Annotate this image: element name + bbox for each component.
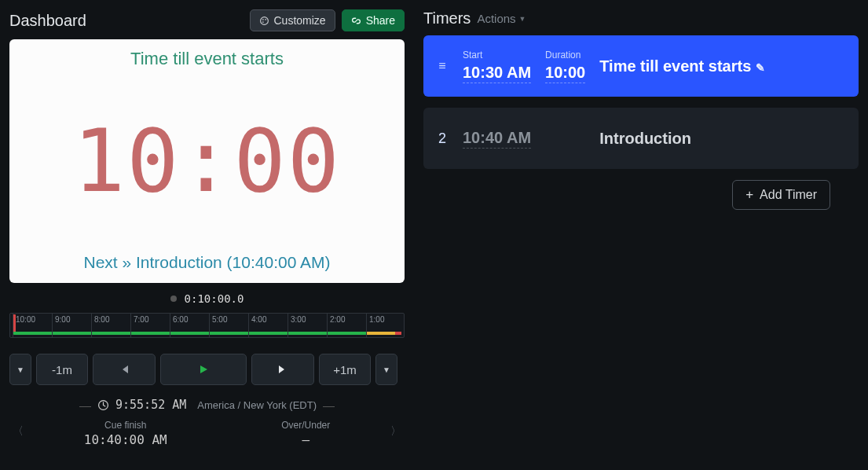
ruler-tick: 10:00 [13, 314, 35, 337]
dashboard-title: Dashboard [9, 12, 86, 30]
over-under-label: Over/Under [281, 420, 330, 431]
add-timer-button[interactable]: + Add Timer [732, 180, 830, 210]
timer-row-1[interactable]: ≡ Start 10:30 AM Duration 10:00 Time til… [423, 35, 859, 97]
play-icon [198, 364, 209, 375]
ruler-tick: 4:00 [248, 314, 266, 337]
skip-next-icon [277, 364, 288, 375]
caret-down-icon: ▼ [519, 15, 526, 23]
footer-tz: America / New York (EDT) [197, 399, 317, 411]
cue-finish-label: Cue finish [84, 420, 167, 431]
hr-right: — [323, 398, 335, 412]
timers-actions-dropdown[interactable]: Actions ▼ [477, 12, 526, 25]
preview-title: Time till event starts [130, 49, 284, 69]
timer-index: 2 [436, 130, 449, 147]
ruler-tick: 3:00 [288, 314, 306, 337]
preview-next: Next » Introduction (10:40:00 AM) [83, 253, 330, 272]
preview-time: 10:00 [73, 111, 341, 211]
svg-point-1 [262, 19, 264, 20]
footer-clock: 9:55:52 AM [115, 398, 186, 412]
minus-1m-button[interactable]: -1m [36, 354, 88, 385]
share-button[interactable]: Share [342, 9, 405, 31]
timers-header: Timers Actions ▼ [423, 9, 859, 28]
timer-start[interactable]: 10:40 AM [463, 129, 531, 149]
ruler-tick: 1:00 [366, 314, 384, 337]
timer-title[interactable]: Time till event starts ✎ [599, 57, 846, 75]
plus-icon: + [745, 189, 753, 200]
svg-point-0 [260, 17, 268, 24]
cue-finish-value: 10:40:00 AM [84, 432, 167, 447]
ruler-tick: 8:00 [91, 314, 109, 337]
share-label: Share [366, 14, 395, 27]
timer-dur[interactable]: 10:00 [545, 64, 585, 83]
footer-prev-arrow[interactable]: 〈 [13, 424, 24, 439]
timer-start-hdr: Start [463, 50, 531, 61]
status-row: 0:10:00.0 [9, 288, 405, 310]
skip-prev-icon [119, 364, 130, 375]
minus-dropdown[interactable]: ▼ [9, 354, 31, 385]
ruler-tick: 9:00 [52, 314, 70, 337]
plus-1m-button[interactable]: +1m [319, 354, 371, 385]
customize-label: Customize [274, 14, 326, 27]
drag-handle-icon[interactable]: ≡ [436, 59, 449, 73]
timer-dur[interactable]: 10:00 [545, 129, 585, 148]
ruler-tick: 5:00 [209, 314, 227, 337]
next-button[interactable] [251, 354, 314, 385]
timer-row-2[interactable]: 2 10:40 AM 10:00 Introduction [423, 108, 859, 169]
svg-point-2 [265, 19, 266, 20]
over-under-value: — [281, 432, 330, 447]
plus-dropdown[interactable]: ▼ [375, 354, 397, 385]
clock-icon [97, 399, 109, 411]
dashboard-pane: Dashboard Customize Share Time till even… [0, 0, 414, 470]
transport-controls: ▼ -1m +1m ▼ [9, 354, 405, 385]
customize-button[interactable]: Customize [250, 9, 335, 31]
edit-icon[interactable]: ✎ [756, 61, 765, 74]
ruler-bar-red [395, 332, 401, 335]
dashboard-header: Dashboard Customize Share [9, 9, 405, 31]
hr-left: — [79, 398, 91, 412]
play-button[interactable] [160, 354, 247, 385]
timeline-ruler[interactable]: 10:009:008:007:006:005:004:003:002:001:0… [9, 313, 405, 338]
timer-start[interactable]: 10:30 AM [463, 64, 531, 83]
link-icon [351, 16, 361, 26]
ruler-tick: 7:00 [130, 314, 148, 337]
ruler-tick: 2:00 [327, 314, 345, 337]
svg-point-3 [262, 21, 264, 23]
timer-title[interactable]: Introduction [599, 130, 846, 148]
timers-pane: Timers Actions ▼ ≡ Start 10:30 AM Durati… [414, 0, 868, 470]
footer-next-arrow[interactable]: 〉 [390, 424, 401, 439]
status-dot-icon [170, 296, 177, 302]
timer-preview-card: Time till event starts 10:00 Next » Intr… [9, 39, 405, 283]
ruler-tick: 6:00 [170, 314, 188, 337]
status-elapsed: 0:10:00.0 [185, 292, 244, 305]
timer-dur-hdr: Duration [545, 50, 585, 61]
palette-icon [259, 16, 269, 26]
prev-button[interactable] [93, 354, 156, 385]
footer-info: 〈 〉 — 9:55:52 AM America / New York (EDT… [9, 396, 405, 447]
timers-title: Timers [423, 9, 471, 28]
